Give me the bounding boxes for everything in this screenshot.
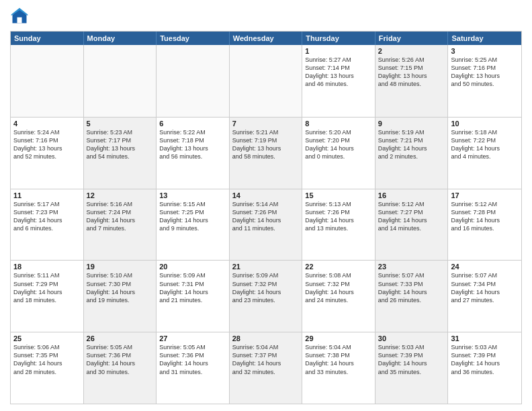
- day-cell-27: 27Sunrise: 5:05 AM Sunset: 7:36 PM Dayli…: [157, 332, 230, 404]
- day-cell-28: 28Sunrise: 5:04 AM Sunset: 7:37 PM Dayli…: [230, 332, 303, 404]
- day-number: 13: [159, 191, 226, 199]
- day-cell-22: 22Sunrise: 5:08 AM Sunset: 7:32 PM Dayli…: [302, 261, 375, 332]
- day-info: Sunrise: 5:15 AM Sunset: 7:25 PM Dayligh…: [159, 200, 226, 233]
- day-info: Sunrise: 5:09 AM Sunset: 7:31 PM Dayligh…: [159, 271, 226, 304]
- day-cell-17: 17Sunrise: 5:12 AM Sunset: 7:28 PM Dayli…: [448, 189, 521, 261]
- day-info: Sunrise: 5:25 AM Sunset: 7:16 PM Dayligh…: [451, 56, 519, 89]
- weekday-header-tuesday: Tuesday: [157, 32, 230, 45]
- day-cell-30: 30Sunrise: 5:03 AM Sunset: 7:39 PM Dayli…: [375, 332, 449, 404]
- day-number: 24: [451, 263, 519, 271]
- logo-icon: [10, 7, 29, 26]
- day-info: Sunrise: 5:09 AM Sunset: 7:32 PM Dayligh…: [232, 271, 300, 304]
- day-info: Sunrise: 5:23 AM Sunset: 7:17 PM Dayligh…: [87, 128, 154, 161]
- day-cell-21: 21Sunrise: 5:09 AM Sunset: 7:32 PM Dayli…: [230, 261, 303, 332]
- day-info: Sunrise: 5:17 AM Sunset: 7:23 PM Dayligh…: [13, 200, 81, 233]
- day-number: 12: [87, 191, 154, 199]
- day-cell-19: 19Sunrise: 5:10 AM Sunset: 7:30 PM Dayli…: [84, 261, 157, 332]
- day-number: 17: [451, 191, 519, 199]
- calendar-week-5: 25Sunrise: 5:06 AM Sunset: 7:35 PM Dayli…: [11, 332, 521, 404]
- day-number: 6: [159, 120, 226, 128]
- day-info: Sunrise: 5:26 AM Sunset: 7:15 PM Dayligh…: [378, 56, 445, 89]
- calendar-week-2: 4Sunrise: 5:24 AM Sunset: 7:16 PM Daylig…: [11, 117, 521, 189]
- day-number: 9: [378, 120, 445, 128]
- day-info: Sunrise: 5:07 AM Sunset: 7:33 PM Dayligh…: [378, 271, 445, 304]
- day-number: 16: [378, 191, 445, 199]
- empty-cell: [11, 45, 84, 117]
- day-number: 21: [232, 263, 300, 271]
- weekday-header-wednesday: Wednesday: [230, 32, 303, 45]
- day-number: 2: [378, 47, 445, 55]
- empty-cell: [157, 45, 230, 117]
- header: [10, 7, 522, 26]
- day-info: Sunrise: 5:16 AM Sunset: 7:24 PM Dayligh…: [87, 200, 154, 233]
- day-cell-13: 13Sunrise: 5:15 AM Sunset: 7:25 PM Dayli…: [157, 189, 230, 261]
- empty-cell: [84, 45, 157, 117]
- day-info: Sunrise: 5:06 AM Sunset: 7:35 PM Dayligh…: [13, 343, 81, 376]
- day-number: 15: [305, 191, 372, 199]
- day-info: Sunrise: 5:19 AM Sunset: 7:21 PM Dayligh…: [378, 128, 445, 161]
- day-info: Sunrise: 5:10 AM Sunset: 7:30 PM Dayligh…: [87, 271, 154, 304]
- day-cell-23: 23Sunrise: 5:07 AM Sunset: 7:33 PM Dayli…: [375, 261, 449, 332]
- day-cell-20: 20Sunrise: 5:09 AM Sunset: 7:31 PM Dayli…: [157, 261, 230, 332]
- day-cell-8: 8Sunrise: 5:20 AM Sunset: 7:20 PM Daylig…: [302, 118, 375, 189]
- day-info: Sunrise: 5:07 AM Sunset: 7:34 PM Dayligh…: [451, 271, 519, 304]
- day-cell-9: 9Sunrise: 5:19 AM Sunset: 7:21 PM Daylig…: [375, 118, 449, 189]
- day-info: Sunrise: 5:24 AM Sunset: 7:16 PM Dayligh…: [13, 128, 81, 161]
- day-number: 22: [305, 263, 372, 271]
- page: SundayMondayTuesdayWednesdayThursdayFrid…: [0, 0, 532, 411]
- day-cell-31: 31Sunrise: 5:03 AM Sunset: 7:39 PM Dayli…: [448, 332, 521, 404]
- day-info: Sunrise: 5:11 AM Sunset: 7:29 PM Dayligh…: [13, 271, 81, 304]
- day-number: 10: [451, 120, 519, 128]
- day-info: Sunrise: 5:21 AM Sunset: 7:19 PM Dayligh…: [232, 128, 300, 161]
- day-number: 20: [159, 263, 226, 271]
- day-number: 7: [232, 120, 300, 128]
- day-number: 1: [305, 47, 372, 55]
- day-cell-29: 29Sunrise: 5:04 AM Sunset: 7:38 PM Dayli…: [302, 332, 375, 404]
- day-number: 30: [378, 334, 445, 342]
- logo: [10, 7, 32, 26]
- day-info: Sunrise: 5:05 AM Sunset: 7:36 PM Dayligh…: [87, 343, 154, 376]
- day-cell-10: 10Sunrise: 5:18 AM Sunset: 7:22 PM Dayli…: [448, 118, 521, 189]
- day-info: Sunrise: 5:13 AM Sunset: 7:26 PM Dayligh…: [305, 200, 372, 233]
- day-cell-16: 16Sunrise: 5:12 AM Sunset: 7:27 PM Dayli…: [375, 189, 449, 261]
- day-info: Sunrise: 5:20 AM Sunset: 7:20 PM Dayligh…: [305, 128, 372, 161]
- day-cell-12: 12Sunrise: 5:16 AM Sunset: 7:24 PM Dayli…: [84, 189, 157, 261]
- day-number: 18: [13, 263, 81, 271]
- calendar-body: 1Sunrise: 5:27 AM Sunset: 7:14 PM Daylig…: [11, 45, 521, 404]
- day-number: 26: [87, 334, 154, 342]
- day-number: 28: [232, 334, 300, 342]
- day-info: Sunrise: 5:22 AM Sunset: 7:18 PM Dayligh…: [159, 128, 226, 161]
- calendar-week-1: 1Sunrise: 5:27 AM Sunset: 7:14 PM Daylig…: [11, 45, 521, 117]
- day-info: Sunrise: 5:18 AM Sunset: 7:22 PM Dayligh…: [451, 128, 519, 161]
- day-number: 29: [305, 334, 372, 342]
- day-cell-18: 18Sunrise: 5:11 AM Sunset: 7:29 PM Dayli…: [11, 261, 84, 332]
- calendar: SundayMondayTuesdayWednesdayThursdayFrid…: [10, 31, 522, 404]
- day-number: 27: [159, 334, 226, 342]
- day-cell-2: 2Sunrise: 5:26 AM Sunset: 7:15 PM Daylig…: [375, 45, 449, 117]
- day-cell-6: 6Sunrise: 5:22 AM Sunset: 7:18 PM Daylig…: [157, 118, 230, 189]
- day-cell-5: 5Sunrise: 5:23 AM Sunset: 7:17 PM Daylig…: [84, 118, 157, 189]
- day-info: Sunrise: 5:04 AM Sunset: 7:37 PM Dayligh…: [232, 343, 300, 376]
- calendar-week-3: 11Sunrise: 5:17 AM Sunset: 7:23 PM Dayli…: [11, 189, 521, 261]
- weekday-header-thursday: Thursday: [302, 32, 375, 45]
- svg-rect-2: [17, 17, 22, 24]
- calendar-header: SundayMondayTuesdayWednesdayThursdayFrid…: [11, 32, 521, 45]
- day-number: 19: [87, 263, 154, 271]
- day-number: 11: [13, 191, 81, 199]
- empty-cell: [230, 45, 303, 117]
- day-number: 25: [13, 334, 81, 342]
- day-cell-3: 3Sunrise: 5:25 AM Sunset: 7:16 PM Daylig…: [448, 45, 521, 117]
- day-info: Sunrise: 5:03 AM Sunset: 7:39 PM Dayligh…: [378, 343, 445, 376]
- day-number: 8: [305, 120, 372, 128]
- day-info: Sunrise: 5:12 AM Sunset: 7:28 PM Dayligh…: [451, 200, 519, 233]
- day-number: 31: [451, 334, 519, 342]
- weekday-header-saturday: Saturday: [448, 32, 521, 45]
- day-cell-25: 25Sunrise: 5:06 AM Sunset: 7:35 PM Dayli…: [11, 332, 84, 404]
- day-cell-7: 7Sunrise: 5:21 AM Sunset: 7:19 PM Daylig…: [230, 118, 303, 189]
- day-info: Sunrise: 5:12 AM Sunset: 7:27 PM Dayligh…: [378, 200, 445, 233]
- weekday-header-sunday: Sunday: [11, 32, 84, 45]
- day-info: Sunrise: 5:08 AM Sunset: 7:32 PM Dayligh…: [305, 271, 372, 304]
- weekday-header-friday: Friday: [375, 32, 449, 45]
- day-info: Sunrise: 5:14 AM Sunset: 7:26 PM Dayligh…: [232, 200, 300, 233]
- day-info: Sunrise: 5:03 AM Sunset: 7:39 PM Dayligh…: [451, 343, 519, 376]
